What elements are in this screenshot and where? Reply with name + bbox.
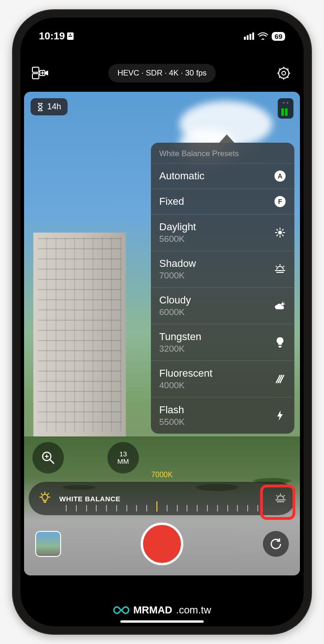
svg-line-15 bbox=[287, 69, 288, 70]
sun-icon bbox=[274, 227, 286, 239]
preset-label: Cloudy bbox=[159, 294, 191, 306]
focal-length-button[interactable]: 13 MM bbox=[107, 442, 139, 474]
refresh-icon bbox=[269, 537, 283, 551]
svg-line-41 bbox=[50, 460, 54, 463]
menu-title: White Balance Presets bbox=[151, 143, 294, 163]
svg-line-25 bbox=[277, 235, 278, 236]
svg-line-13 bbox=[287, 76, 288, 78]
bottom-controls bbox=[24, 521, 300, 567]
gallery-thumbnail[interactable] bbox=[35, 531, 61, 557]
preset-fluorescent[interactable]: Fluorescent4000K bbox=[151, 360, 294, 397]
svg-line-31 bbox=[283, 266, 284, 267]
svg-line-23 bbox=[277, 229, 278, 230]
decorative-building bbox=[33, 233, 126, 436]
preset-label: Daylight bbox=[159, 221, 196, 233]
svg-point-32 bbox=[281, 303, 284, 306]
svg-rect-1 bbox=[69, 36, 72, 37]
sunrise-icon bbox=[274, 263, 286, 275]
mic-icon bbox=[281, 101, 290, 107]
flip-camera-button[interactable] bbox=[263, 531, 289, 557]
phone-frame: 10:19 69 HEVC · SDR · 4K · 30 fps bbox=[12, 9, 312, 635]
hourglass-icon bbox=[37, 103, 44, 111]
clock-text: 10:19 bbox=[39, 30, 65, 42]
watermark-thin: .com.tw bbox=[176, 604, 211, 616]
svg-point-18 bbox=[278, 231, 282, 234]
wifi-icon bbox=[258, 32, 268, 40]
focal-unit: MM bbox=[118, 458, 129, 466]
svg-point-2 bbox=[70, 33, 71, 35]
svg-point-7 bbox=[282, 71, 286, 75]
magnify-plus-icon bbox=[41, 450, 56, 465]
recording-time-badge[interactable]: 14h bbox=[31, 98, 68, 115]
preset-tungsten[interactable]: Tungsten3200K bbox=[151, 324, 294, 360]
app-top-bar: HEVC · SDR · 4K · 30 fps bbox=[20, 59, 304, 87]
fixed-badge-icon: F bbox=[274, 196, 286, 207]
viewfinder[interactable]: 14h White Balance Presets Automatic A Fi… bbox=[24, 92, 300, 575]
svg-line-30 bbox=[276, 266, 277, 267]
preset-sub: 6000K bbox=[159, 307, 191, 317]
preset-fixed[interactable]: Fixed F bbox=[151, 189, 294, 214]
svg-rect-3 bbox=[32, 67, 39, 72]
preset-cloudy[interactable]: Cloudy6000K bbox=[151, 287, 294, 324]
svg-line-12 bbox=[279, 69, 280, 70]
preset-label: Shadow bbox=[159, 258, 196, 270]
flash-icon bbox=[274, 410, 286, 422]
svg-line-35 bbox=[284, 303, 284, 303]
svg-rect-4 bbox=[32, 74, 39, 79]
wb-value-text: 7000K bbox=[151, 471, 173, 479]
svg-line-49 bbox=[48, 493, 49, 494]
svg-line-26 bbox=[282, 229, 283, 230]
zoom-button[interactable] bbox=[32, 442, 64, 474]
audio-level-badge[interactable] bbox=[278, 98, 293, 119]
bulb-icon bbox=[274, 336, 286, 348]
cloud-icon bbox=[274, 300, 286, 312]
preset-sub: 3200K bbox=[159, 344, 201, 354]
fluorescent-icon bbox=[274, 373, 286, 385]
multicam-icon bbox=[32, 67, 49, 80]
white-balance-bar[interactable]: 7000K WHITE BALANCE bbox=[29, 482, 295, 515]
focal-number: 13 bbox=[119, 450, 127, 458]
status-time: 10:19 bbox=[39, 30, 74, 42]
preset-automatic[interactable]: Automatic A bbox=[151, 163, 294, 189]
bulb-glow-icon bbox=[38, 492, 52, 505]
svg-line-14 bbox=[279, 76, 280, 78]
auto-badge-icon: A bbox=[274, 170, 286, 182]
id-card-icon bbox=[67, 32, 74, 40]
preset-sub: 5600K bbox=[159, 234, 196, 244]
format-pill[interactable]: HEVC · SDR · 4K · 30 fps bbox=[108, 64, 216, 82]
level-bars bbox=[281, 108, 290, 116]
preset-daylight[interactable]: Daylight5600K bbox=[151, 214, 294, 251]
preset-label: Flash bbox=[159, 404, 185, 416]
preset-flash[interactable]: Flash5500K bbox=[151, 397, 294, 434]
watermark: MRMAD.com.tw bbox=[20, 604, 304, 617]
svg-rect-36 bbox=[279, 346, 281, 347]
svg-line-48 bbox=[41, 493, 42, 494]
infinity-icon bbox=[113, 605, 130, 615]
wb-presets-menu: White Balance Presets Automatic A Fixed … bbox=[151, 143, 294, 434]
svg-point-17 bbox=[287, 102, 288, 104]
menu-arrow bbox=[218, 134, 235, 144]
preset-label: Fixed bbox=[159, 196, 184, 208]
svg-line-24 bbox=[282, 235, 283, 236]
battery-percent: 69 bbox=[274, 32, 282, 40]
battery-icon: 69 bbox=[272, 32, 285, 41]
preset-sub: 5500K bbox=[159, 417, 185, 427]
settings-button[interactable] bbox=[275, 64, 293, 82]
dynamic-island bbox=[123, 28, 201, 48]
format-text: HEVC · SDR · 4K · 30 fps bbox=[118, 69, 207, 77]
preset-label: Fluorescent bbox=[159, 367, 212, 379]
cellular-icon bbox=[244, 32, 254, 40]
preset-shadow[interactable]: Shadow7000K bbox=[151, 251, 294, 287]
wb-slider-ticks[interactable] bbox=[66, 500, 258, 511]
multicam-button[interactable] bbox=[31, 64, 49, 82]
watermark-bold: MRMAD bbox=[133, 604, 172, 616]
preset-sub: 4000K bbox=[159, 380, 212, 391]
svg-rect-44 bbox=[44, 501, 46, 503]
preset-label: Automatic bbox=[159, 170, 205, 182]
status-right: 69 bbox=[244, 32, 285, 41]
home-indicator[interactable] bbox=[120, 620, 204, 623]
record-button[interactable] bbox=[141, 523, 183, 565]
time-remaining-text: 14h bbox=[47, 102, 61, 112]
phone-screen: 10:19 69 HEVC · SDR · 4K · 30 fps bbox=[20, 18, 304, 626]
svg-point-16 bbox=[283, 102, 285, 104]
